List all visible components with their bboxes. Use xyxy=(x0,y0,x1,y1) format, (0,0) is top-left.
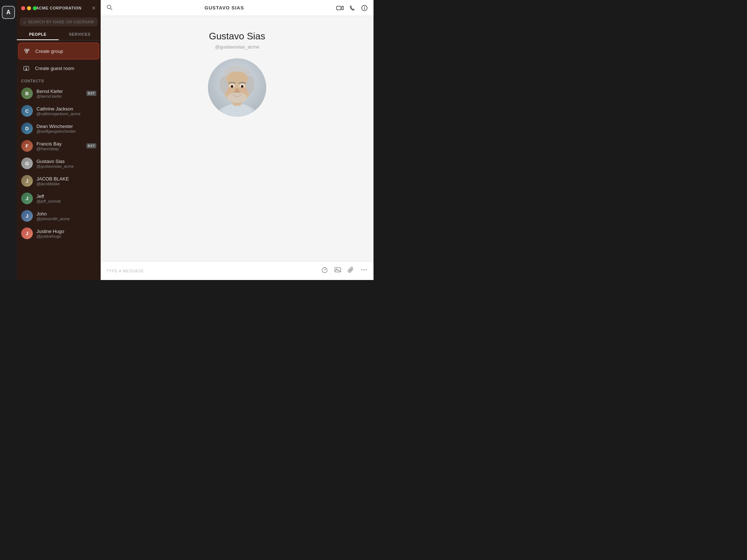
ext-badge-bernd: EXT xyxy=(86,91,96,96)
svg-point-32 xyxy=(226,88,232,92)
traffic-light-red[interactable] xyxy=(21,6,25,10)
contact-info-cathrine: Cathrine Jackson @cathrinejackson_acme xyxy=(36,106,96,116)
timer-icon[interactable] xyxy=(321,266,328,275)
image-icon[interactable] xyxy=(334,266,341,275)
search-input[interactable] xyxy=(28,20,94,24)
svg-point-31 xyxy=(227,93,247,103)
svg-point-33 xyxy=(242,88,248,92)
middle-header: ACME CORPORATION ✕ xyxy=(17,0,101,16)
svg-line-10 xyxy=(111,8,112,10)
top-bar-title: GUSTAVO SIAS xyxy=(112,5,336,11)
profile-area: Gustavo Sias @gustavosias_acme xyxy=(101,16,374,261)
create-group-label: Create group xyxy=(35,48,63,54)
svg-rect-11 xyxy=(337,6,341,10)
avatar-jeff: J xyxy=(21,192,33,204)
svg-point-41 xyxy=(364,269,365,271)
profile-name: Gustavo Sias xyxy=(209,31,266,42)
contacts-section-label: CONTACTS xyxy=(17,76,101,85)
phone-call-button[interactable] xyxy=(349,5,355,11)
profile-handle: @gustavosias_acme xyxy=(215,44,259,50)
tab-services[interactable]: SERVICES xyxy=(59,29,101,40)
search-icon: ⌕ xyxy=(23,19,26,24)
avatar-jacob: J xyxy=(21,175,33,187)
create-guest-room-label: Create guest room xyxy=(35,66,74,71)
contact-item-francis[interactable]: F Francis Bay @francisbay EXT xyxy=(17,137,101,155)
contact-item-justine[interactable]: J Justine Hugo @justinehugo xyxy=(17,225,101,242)
info-button[interactable] xyxy=(361,5,368,11)
attach-icon[interactable] xyxy=(347,266,355,275)
contact-item-john[interactable]: J John @johnsmith_acme xyxy=(17,207,101,225)
create-group-item[interactable]: Create group xyxy=(18,43,99,59)
top-bar: GUSTAVO SIAS xyxy=(101,0,374,16)
traffic-light-yellow[interactable] xyxy=(27,6,31,10)
contacts-list: B Bernd Kiefer @bernd.kiefer EXT C Cathr… xyxy=(17,85,101,280)
svg-point-40 xyxy=(361,269,363,271)
video-call-button[interactable] xyxy=(336,5,344,11)
contact-item-jacob[interactable]: J JACOB BLAKE @jacobblake xyxy=(17,172,101,190)
svg-point-42 xyxy=(366,269,367,271)
contact-info-dean: Dean Winchester @wolfgangwinchester xyxy=(36,124,96,133)
svg-point-14 xyxy=(364,6,365,7)
svg-line-37 xyxy=(325,269,326,270)
create-group-icon xyxy=(22,46,32,56)
profile-avatar-svg xyxy=(208,58,266,117)
avatar-dean: D xyxy=(21,122,33,134)
search-bar: ⌕ xyxy=(20,18,98,26)
sidebar-left: A xyxy=(0,0,17,280)
avatar-gustavo: G xyxy=(21,158,33,169)
traffic-light-green[interactable] xyxy=(33,6,37,10)
top-bar-actions xyxy=(336,5,368,11)
user-avatar-button[interactable]: A xyxy=(2,6,15,19)
middle-panel: ACME CORPORATION ✕ ⌕ PEOPLE SERVICES Cre… xyxy=(17,0,101,280)
contact-item-dean[interactable]: D Dean Winchester @wolfgangwinchester xyxy=(17,120,101,137)
svg-point-7 xyxy=(26,67,27,69)
contact-info-jacob: JACOB BLAKE @jacobblake xyxy=(36,176,96,186)
svg-line-4 xyxy=(27,51,28,51)
contact-info-francis: Francis Bay @francisbay xyxy=(36,141,83,151)
contact-info-gustavo: Gustavo Sias @gustavosias_acme xyxy=(36,159,96,168)
svg-rect-8 xyxy=(26,69,27,70)
tabs-container: PEOPLE SERVICES xyxy=(17,29,101,40)
svg-point-2 xyxy=(26,51,28,53)
close-button[interactable]: ✕ xyxy=(91,5,96,11)
contact-item-jeff[interactable]: J Jeff @jeff_schmitt xyxy=(17,190,101,207)
svg-line-3 xyxy=(26,51,27,51)
avatar-john: J xyxy=(21,210,33,222)
avatar-bernd: B xyxy=(21,88,33,99)
main-panel: GUSTAVO SIAS G xyxy=(101,0,374,280)
avatar-cathrine: C xyxy=(21,105,33,117)
traffic-lights xyxy=(21,6,37,10)
svg-point-0 xyxy=(25,49,27,51)
avatar-justine: J xyxy=(21,228,33,239)
search-icon[interactable] xyxy=(107,4,112,12)
svg-point-24 xyxy=(226,71,248,86)
create-guest-room-item[interactable]: Create guest room xyxy=(17,60,101,76)
svg-point-29 xyxy=(231,86,233,88)
contact-info-john: John @johnsmith_acme xyxy=(36,211,96,221)
profile-avatar xyxy=(208,58,266,117)
message-input[interactable] xyxy=(107,268,315,273)
more-options-icon[interactable] xyxy=(360,266,368,275)
contact-item-cathrine[interactable]: C Cathrine Jackson @cathrinejackson_acme xyxy=(17,102,101,120)
ext-badge-francis: EXT xyxy=(86,143,96,148)
avatar-label: A xyxy=(6,9,11,16)
contact-item-gustavo[interactable]: G Gustavo Sias @gustavosias_acme xyxy=(17,155,101,172)
message-bar xyxy=(101,261,374,280)
tab-people[interactable]: PEOPLE xyxy=(17,29,59,40)
svg-point-30 xyxy=(241,86,243,88)
contact-info-bernd: Bernd Kiefer @bernd.kiefer xyxy=(36,89,83,98)
contact-info-justine: Justine Hugo @justinehugo xyxy=(36,229,96,238)
create-guest-room-icon xyxy=(21,63,31,73)
contact-info-jeff: Jeff @jeff_schmitt xyxy=(36,194,96,203)
contact-item-bernd[interactable]: B Bernd Kiefer @bernd.kiefer EXT xyxy=(17,85,101,102)
avatar-francis: F xyxy=(21,140,33,152)
